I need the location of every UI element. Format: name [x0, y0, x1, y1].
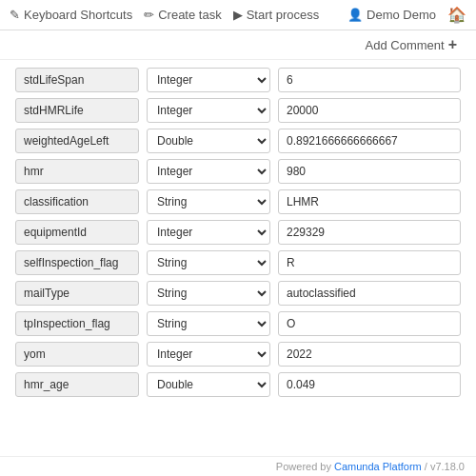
keyboard-shortcuts-label: Keyboard Shortcuts [24, 8, 132, 22]
field-name-label: mailType [15, 281, 139, 306]
field-type-select[interactable]: BooleanDoubleIntegerLongString [147, 68, 270, 92]
add-comment-button[interactable]: + [448, 36, 457, 53]
footer-text: Powered by [276, 461, 334, 472]
keyboard-shortcuts-link[interactable]: ✎ Keyboard Shortcuts [10, 8, 132, 22]
field-type-select[interactable]: BooleanDoubleIntegerLongString [147, 372, 270, 397]
create-task-link[interactable]: ✏ Create task [144, 8, 221, 22]
field-value-input[interactable] [278, 159, 461, 184]
field-value-input[interactable] [278, 220, 461, 245]
create-task-label: Create task [158, 8, 221, 22]
table-row: hmr_ageBooleanDoubleIntegerLongString [15, 372, 461, 397]
add-comment-bar: Add Comment + [0, 30, 476, 60]
table-row: stdLifeSpanBooleanDoubleIntegerLongStrin… [15, 68, 461, 92]
start-process-icon: ▶ [233, 8, 243, 22]
top-navigation: ✎ Keyboard Shortcuts ✏ Create task ▶ Sta… [0, 0, 476, 30]
field-type-select[interactable]: BooleanDoubleIntegerLongString [147, 129, 270, 153]
field-name-label: equipmentId [15, 220, 139, 245]
table-row: tpInspection_flagBooleanDoubleIntegerLon… [15, 311, 461, 336]
table-row: yomBooleanDoubleIntegerLongString [15, 342, 461, 367]
table-row: selfInspection_flagBooleanDoubleIntegerL… [15, 250, 461, 275]
field-value-input[interactable] [278, 98, 461, 123]
field-value-input[interactable] [278, 281, 461, 306]
field-value-input[interactable] [278, 68, 461, 92]
field-type-select[interactable]: BooleanDoubleIntegerLongString [147, 281, 270, 306]
table-row: equipmentIdBooleanDoubleIntegerLongStrin… [15, 220, 461, 245]
field-value-input[interactable] [278, 311, 461, 336]
footer-version: / v7.18.0 [422, 461, 465, 472]
create-task-icon: ✏ [144, 8, 154, 22]
field-type-select[interactable]: BooleanDoubleIntegerLongString [147, 311, 270, 336]
field-value-input[interactable] [278, 129, 461, 153]
field-name-label: hmr_age [15, 372, 139, 397]
field-name-label: selfInspection_flag [15, 250, 139, 275]
user-icon: 👤 [347, 8, 363, 22]
table-row: stdHMRLifeBooleanDoubleIntegerLongString [15, 98, 461, 123]
camunda-link[interactable]: Camunda Platform [334, 461, 422, 472]
field-type-select[interactable]: BooleanDoubleIntegerLongString [147, 98, 270, 123]
fields-list: stdLifeSpanBooleanDoubleIntegerLongStrin… [0, 60, 476, 467]
field-value-input[interactable] [278, 189, 461, 214]
add-comment-label: Add Comment [366, 38, 445, 52]
user-menu[interactable]: 👤 Demo Demo [347, 8, 436, 22]
table-row: mailTypeBooleanDoubleIntegerLongString [15, 281, 461, 306]
field-name-label: weightedAgeLeft [15, 129, 139, 153]
field-name-label: yom [15, 342, 139, 367]
field-value-input[interactable] [278, 342, 461, 367]
field-name-label: stdLifeSpan [15, 68, 139, 92]
field-type-select[interactable]: BooleanDoubleIntegerLongString [147, 250, 270, 275]
field-name-label: tpInspection_flag [15, 311, 139, 336]
table-row: hmrBooleanDoubleIntegerLongString [15, 159, 461, 184]
field-type-select[interactable]: BooleanDoubleIntegerLongString [147, 189, 270, 214]
field-type-select[interactable]: BooleanDoubleIntegerLongString [147, 342, 270, 367]
table-row: weightedAgeLeftBooleanDoubleIntegerLongS… [15, 129, 461, 153]
table-row: classificationBooleanDoubleIntegerLongSt… [15, 189, 461, 214]
keyboard-icon: ✎ [10, 8, 20, 22]
field-name-label: classification [15, 189, 139, 214]
start-process-label: Start process [247, 8, 320, 22]
start-process-link[interactable]: ▶ Start process [233, 8, 320, 22]
footer: Powered by Camunda Platform / v7.18.0 [0, 456, 476, 476]
user-name: Demo Demo [367, 8, 436, 22]
field-name-label: hmr [15, 159, 139, 184]
field-type-select[interactable]: BooleanDoubleIntegerLongString [147, 159, 270, 184]
field-type-select[interactable]: BooleanDoubleIntegerLongString [147, 220, 270, 245]
home-icon[interactable]: 🏠 [447, 6, 466, 24]
field-value-input[interactable] [278, 372, 461, 397]
field-value-input[interactable] [278, 250, 461, 275]
field-name-label: stdHMRLife [15, 98, 139, 123]
